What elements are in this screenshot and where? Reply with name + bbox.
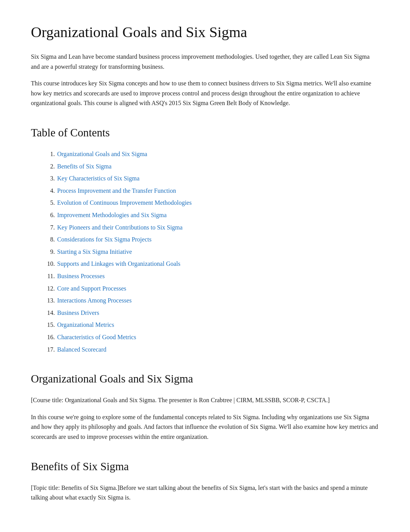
- toc-item-link[interactable]: Supports and Linkages with Organizationa…: [57, 259, 180, 269]
- toc-item-number: 7.: [42, 223, 55, 233]
- section1-paragraph-2: In this course we're going to explore so…: [31, 412, 379, 442]
- toc-item-number: 15.: [42, 320, 55, 330]
- intro-paragraph-2: This course introduces key Six Sigma con…: [31, 78, 379, 108]
- toc-item-link[interactable]: Evolution of Continuous Improvement Meth…: [57, 198, 191, 208]
- toc-item: 11.Business Processes: [42, 271, 379, 281]
- toc-item-number: 11.: [42, 271, 55, 281]
- section1-title: Organizational Goals and Six Sigma: [31, 370, 379, 388]
- toc-item-number: 17.: [42, 345, 55, 355]
- toc-heading: Table of Contents: [31, 124, 379, 141]
- section2-paragraph-1: [Topic title: Benefits of Six Sigma.]Bef…: [31, 483, 379, 503]
- toc-item-number: 2.: [42, 161, 55, 172]
- section1-paragraph-1: [Course title: Organizational Goals and …: [31, 395, 379, 405]
- toc-item-link[interactable]: Considerations for Six Sigma Projects: [57, 235, 151, 245]
- toc-item-number: 8.: [42, 235, 55, 245]
- toc-item-link[interactable]: Interactions Among Processes: [57, 296, 132, 306]
- page-main-title: Organizational Goals and Six Sigma: [31, 23, 379, 41]
- toc-item: 13.Interactions Among Processes: [42, 296, 379, 306]
- toc-item-number: 6.: [42, 210, 55, 220]
- toc-item: 16.Characteristics of Good Metrics: [42, 332, 379, 342]
- table-of-contents: Table of Contents 1.Organizational Goals…: [31, 124, 379, 354]
- toc-item: 4.Process Improvement and the Transfer F…: [42, 186, 379, 196]
- toc-item-link[interactable]: Improvement Methodologies and Six Sigma: [57, 210, 167, 220]
- section-org-goals: Organizational Goals and Six Sigma [Cour…: [31, 370, 379, 442]
- toc-item: 15.Organizational Metrics: [42, 320, 379, 330]
- section-benefits: Benefits of Six Sigma [Topic title: Bene…: [31, 457, 379, 503]
- toc-item-number: 16.: [42, 332, 55, 342]
- toc-item: 5.Evolution of Continuous Improvement Me…: [42, 198, 379, 208]
- toc-item: 7.Key Pioneers and their Contributions t…: [42, 223, 379, 233]
- toc-item-link[interactable]: Characteristics of Good Metrics: [57, 332, 136, 342]
- toc-item-number: 12.: [42, 284, 55, 294]
- toc-item-number: 13.: [42, 296, 55, 306]
- toc-item-number: 1.: [42, 149, 55, 159]
- toc-item: 2.Benefits of Six Sigma: [42, 161, 379, 172]
- toc-list: 1.Organizational Goals and Six Sigma2.Be…: [42, 149, 379, 354]
- toc-item: 1.Organizational Goals and Six Sigma: [42, 149, 379, 159]
- toc-item-link[interactable]: Organizational Goals and Six Sigma: [57, 149, 147, 159]
- toc-item: 17.Balanced Scorecard: [42, 345, 379, 355]
- toc-item: 9.Starting a Six Sigma Initiative: [42, 247, 379, 257]
- toc-item: 6.Improvement Methodologies and Six Sigm…: [42, 210, 379, 220]
- toc-item: 14.Business Drivers: [42, 308, 379, 318]
- toc-item-link[interactable]: Key Pioneers and their Contributions to …: [57, 223, 183, 233]
- toc-item-number: 3.: [42, 173, 55, 184]
- toc-item-number: 9.: [42, 247, 55, 257]
- toc-item-link[interactable]: Core and Support Processes: [57, 284, 126, 294]
- toc-item-number: 14.: [42, 308, 55, 318]
- toc-item: 10.Supports and Linkages with Organizati…: [42, 259, 379, 269]
- intro-paragraph-1: Six Sigma and Lean have become standard …: [31, 52, 379, 71]
- toc-item: 3.Key Characteristics of Six Sigma: [42, 173, 379, 184]
- toc-item-link[interactable]: Process Improvement and the Transfer Fun…: [57, 186, 176, 196]
- toc-item-link[interactable]: Key Characteristics of Six Sigma: [57, 173, 139, 184]
- toc-item: 8.Considerations for Six Sigma Projects: [42, 235, 379, 245]
- toc-item-link[interactable]: Organizational Metrics: [57, 320, 114, 330]
- toc-item-link[interactable]: Business Processes: [57, 271, 105, 281]
- toc-item-link[interactable]: Starting a Six Sigma Initiative: [57, 247, 132, 257]
- toc-item-link[interactable]: Benefits of Six Sigma: [57, 161, 112, 172]
- toc-item-link[interactable]: Business Drivers: [57, 308, 99, 318]
- toc-item-number: 4.: [42, 186, 55, 196]
- section2-title: Benefits of Six Sigma: [31, 457, 379, 475]
- toc-item-link[interactable]: Balanced Scorecard: [57, 345, 106, 355]
- toc-item: 12.Core and Support Processes: [42, 284, 379, 294]
- toc-item-number: 10.: [42, 259, 55, 269]
- toc-item-number: 5.: [42, 198, 55, 208]
